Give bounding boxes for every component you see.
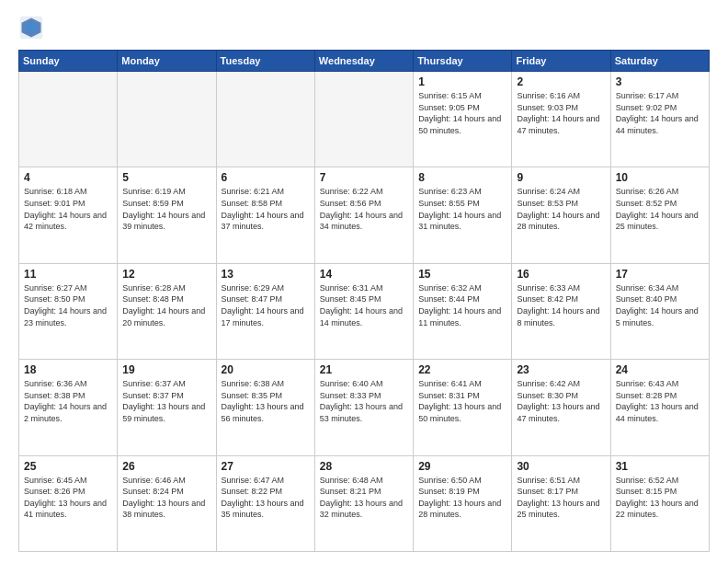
day-info: Sunrise: 6:34 AM Sunset: 8:40 PM Dayligh… xyxy=(616,282,704,328)
calendar-cell: 6Sunrise: 6:21 AM Sunset: 8:58 PM Daylig… xyxy=(216,167,314,263)
week-row-2: 4Sunrise: 6:18 AM Sunset: 9:01 PM Daylig… xyxy=(19,167,710,263)
day-info: Sunrise: 6:50 AM Sunset: 8:19 PM Dayligh… xyxy=(418,475,506,521)
day-number: 27 xyxy=(222,460,310,473)
calendar-cell: 17Sunrise: 6:34 AM Sunset: 8:40 PM Dayli… xyxy=(610,263,709,359)
page: SundayMondayTuesdayWednesdayThursdayFrid… xyxy=(0,0,728,563)
calendar-cell xyxy=(19,72,118,167)
calendar-cell: 16Sunrise: 6:33 AM Sunset: 8:42 PM Dayli… xyxy=(512,263,610,359)
day-info: Sunrise: 6:32 AM Sunset: 8:44 PM Dayligh… xyxy=(418,282,506,328)
day-info: Sunrise: 6:17 AM Sunset: 9:02 PM Dayligh… xyxy=(616,90,704,136)
day-info: Sunrise: 6:28 AM Sunset: 8:48 PM Dayligh… xyxy=(122,282,210,328)
day-info: Sunrise: 6:42 AM Sunset: 8:30 PM Dayligh… xyxy=(517,378,605,424)
weekday-monday: Monday xyxy=(118,51,216,72)
week-row-3: 11Sunrise: 6:27 AM Sunset: 8:50 PM Dayli… xyxy=(19,263,710,359)
calendar-cell: 31Sunrise: 6:52 AM Sunset: 8:15 PM Dayli… xyxy=(610,455,709,551)
day-number: 28 xyxy=(320,460,408,473)
day-number: 6 xyxy=(222,171,310,184)
day-number: 9 xyxy=(517,171,605,184)
weekday-header-row: SundayMondayTuesdayWednesdayThursdayFrid… xyxy=(19,51,710,72)
calendar-cell: 1Sunrise: 6:15 AM Sunset: 9:05 PM Daylig… xyxy=(414,72,512,167)
day-info: Sunrise: 6:27 AM Sunset: 8:50 PM Dayligh… xyxy=(24,282,112,328)
header xyxy=(18,15,710,40)
calendar-cell: 21Sunrise: 6:40 AM Sunset: 8:33 PM Dayli… xyxy=(314,360,413,455)
day-number: 13 xyxy=(222,268,310,281)
calendar-cell: 19Sunrise: 6:37 AM Sunset: 8:37 PM Dayli… xyxy=(118,360,216,455)
calendar-table: SundayMondayTuesdayWednesdayThursdayFrid… xyxy=(18,50,710,552)
week-row-4: 18Sunrise: 6:36 AM Sunset: 8:38 PM Dayli… xyxy=(19,360,710,455)
calendar-cell: 27Sunrise: 6:47 AM Sunset: 8:22 PM Dayli… xyxy=(216,455,314,551)
day-info: Sunrise: 6:16 AM Sunset: 9:03 PM Dayligh… xyxy=(517,90,605,136)
day-number: 10 xyxy=(616,171,704,184)
calendar-cell: 7Sunrise: 6:22 AM Sunset: 8:56 PM Daylig… xyxy=(314,167,413,263)
day-number: 22 xyxy=(418,363,506,376)
day-info: Sunrise: 6:45 AM Sunset: 8:26 PM Dayligh… xyxy=(24,475,112,521)
calendar-cell: 15Sunrise: 6:32 AM Sunset: 8:44 PM Dayli… xyxy=(414,263,512,359)
day-number: 20 xyxy=(222,363,310,376)
calendar-cell: 5Sunrise: 6:19 AM Sunset: 8:59 PM Daylig… xyxy=(118,167,216,263)
calendar-cell: 10Sunrise: 6:26 AM Sunset: 8:52 PM Dayli… xyxy=(610,167,709,263)
day-info: Sunrise: 6:51 AM Sunset: 8:17 PM Dayligh… xyxy=(517,475,605,521)
day-number: 18 xyxy=(24,363,112,376)
calendar-cell: 3Sunrise: 6:17 AM Sunset: 9:02 PM Daylig… xyxy=(610,72,709,167)
calendar-cell: 8Sunrise: 6:23 AM Sunset: 8:55 PM Daylig… xyxy=(414,167,512,263)
day-number: 3 xyxy=(616,75,704,88)
weekday-wednesday: Wednesday xyxy=(314,51,413,72)
calendar-cell xyxy=(314,72,413,167)
calendar-cell: 13Sunrise: 6:29 AM Sunset: 8:47 PM Dayli… xyxy=(216,263,314,359)
logo-icon xyxy=(18,15,44,40)
day-number: 24 xyxy=(616,363,704,376)
calendar-cell: 18Sunrise: 6:36 AM Sunset: 8:38 PM Dayli… xyxy=(19,360,118,455)
logo xyxy=(18,15,48,40)
day-info: Sunrise: 6:29 AM Sunset: 8:47 PM Dayligh… xyxy=(222,282,310,328)
calendar-cell: 29Sunrise: 6:50 AM Sunset: 8:19 PM Dayli… xyxy=(414,455,512,551)
day-number: 25 xyxy=(24,460,112,473)
day-info: Sunrise: 6:21 AM Sunset: 8:58 PM Dayligh… xyxy=(222,186,310,232)
day-number: 4 xyxy=(24,171,112,184)
day-number: 1 xyxy=(418,75,506,88)
calendar-cell: 23Sunrise: 6:42 AM Sunset: 8:30 PM Dayli… xyxy=(512,360,610,455)
calendar-cell: 30Sunrise: 6:51 AM Sunset: 8:17 PM Dayli… xyxy=(512,455,610,551)
day-info: Sunrise: 6:43 AM Sunset: 8:28 PM Dayligh… xyxy=(616,378,704,424)
day-info: Sunrise: 6:41 AM Sunset: 8:31 PM Dayligh… xyxy=(418,378,506,424)
day-number: 23 xyxy=(517,363,605,376)
day-info: Sunrise: 6:46 AM Sunset: 8:24 PM Dayligh… xyxy=(122,475,210,521)
calendar-cell: 11Sunrise: 6:27 AM Sunset: 8:50 PM Dayli… xyxy=(19,263,118,359)
calendar-cell: 14Sunrise: 6:31 AM Sunset: 8:45 PM Dayli… xyxy=(314,263,413,359)
calendar-cell: 24Sunrise: 6:43 AM Sunset: 8:28 PM Dayli… xyxy=(610,360,709,455)
calendar-cell: 4Sunrise: 6:18 AM Sunset: 9:01 PM Daylig… xyxy=(19,167,118,263)
calendar-cell: 28Sunrise: 6:48 AM Sunset: 8:21 PM Dayli… xyxy=(314,455,413,551)
day-number: 15 xyxy=(418,268,506,281)
day-info: Sunrise: 6:48 AM Sunset: 8:21 PM Dayligh… xyxy=(320,475,408,521)
day-info: Sunrise: 6:18 AM Sunset: 9:01 PM Dayligh… xyxy=(24,186,112,232)
day-number: 30 xyxy=(517,460,605,473)
day-number: 12 xyxy=(122,268,210,281)
day-number: 2 xyxy=(517,75,605,88)
day-number: 21 xyxy=(320,363,408,376)
day-number: 16 xyxy=(517,268,605,281)
calendar-cell: 26Sunrise: 6:46 AM Sunset: 8:24 PM Dayli… xyxy=(118,455,216,551)
day-number: 5 xyxy=(122,171,210,184)
day-info: Sunrise: 6:15 AM Sunset: 9:05 PM Dayligh… xyxy=(418,90,506,136)
day-number: 19 xyxy=(122,363,210,376)
day-number: 11 xyxy=(24,268,112,281)
day-info: Sunrise: 6:47 AM Sunset: 8:22 PM Dayligh… xyxy=(222,475,310,521)
weekday-sunday: Sunday xyxy=(19,51,118,72)
day-info: Sunrise: 6:31 AM Sunset: 8:45 PM Dayligh… xyxy=(320,282,408,328)
calendar-cell: 12Sunrise: 6:28 AM Sunset: 8:48 PM Dayli… xyxy=(118,263,216,359)
day-number: 31 xyxy=(616,460,704,473)
calendar-cell xyxy=(118,72,216,167)
day-info: Sunrise: 6:36 AM Sunset: 8:38 PM Dayligh… xyxy=(24,378,112,424)
day-info: Sunrise: 6:24 AM Sunset: 8:53 PM Dayligh… xyxy=(517,186,605,232)
day-info: Sunrise: 6:38 AM Sunset: 8:35 PM Dayligh… xyxy=(222,378,310,424)
day-number: 26 xyxy=(122,460,210,473)
day-info: Sunrise: 6:40 AM Sunset: 8:33 PM Dayligh… xyxy=(320,378,408,424)
day-info: Sunrise: 6:22 AM Sunset: 8:56 PM Dayligh… xyxy=(320,186,408,232)
calendar-cell: 2Sunrise: 6:16 AM Sunset: 9:03 PM Daylig… xyxy=(512,72,610,167)
day-number: 7 xyxy=(320,171,408,184)
weekday-thursday: Thursday xyxy=(414,51,512,72)
day-number: 14 xyxy=(320,268,408,281)
day-info: Sunrise: 6:33 AM Sunset: 8:42 PM Dayligh… xyxy=(517,282,605,328)
day-number: 29 xyxy=(418,460,506,473)
week-row-1: 1Sunrise: 6:15 AM Sunset: 9:05 PM Daylig… xyxy=(19,72,710,167)
day-info: Sunrise: 6:23 AM Sunset: 8:55 PM Dayligh… xyxy=(418,186,506,232)
